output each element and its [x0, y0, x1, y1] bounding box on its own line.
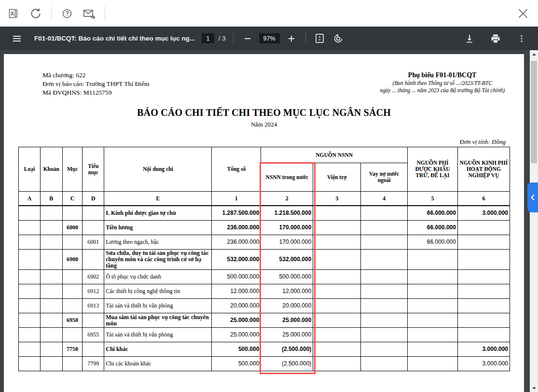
table-cell	[361, 270, 408, 284]
table-cell: Ô tô phục vụ chức danh	[104, 270, 212, 284]
table-cell	[62, 270, 83, 284]
zoom-level-display: 97%	[259, 33, 280, 43]
table-cell	[19, 357, 41, 371]
table-cell	[457, 328, 510, 342]
scroll-up-button[interactable]	[530, 50, 538, 58]
table-cell: 170.000.000	[261, 221, 313, 235]
table-cell: Tài sản và thiết bị văn phòng	[104, 328, 212, 342]
table-cell	[407, 299, 457, 313]
table-cell: 7799	[83, 357, 104, 371]
table-cell: 12.000.000	[212, 284, 261, 299]
col-header-tieu-muc: Tiểu mục	[83, 147, 104, 192]
col-header-vay-no: Vay nợ nước ngoài	[361, 163, 408, 192]
table-cell	[313, 221, 361, 235]
table-cell: 20.000.000	[212, 299, 261, 313]
table-cell: (2.500.000)	[261, 342, 313, 357]
table-cell	[407, 250, 457, 270]
table-cell	[457, 299, 510, 313]
refresh-button[interactable]	[29, 7, 42, 20]
table-cell	[361, 250, 408, 270]
table-cell: 25.000.000	[261, 328, 313, 342]
col-letter: 2	[261, 192, 313, 206]
rotate-button[interactable]	[331, 32, 345, 45]
table-cell	[40, 235, 62, 250]
print-icon	[491, 34, 500, 43]
menu-button[interactable]	[10, 32, 24, 45]
table-cell: Lương theo ngạch, bậc	[104, 235, 212, 250]
arrow-up-icon	[532, 53, 536, 56]
table-cell	[19, 313, 41, 328]
col-letter: D	[83, 192, 104, 206]
table-cell	[313, 299, 361, 313]
page-number-input[interactable]: 1	[202, 33, 214, 43]
table-cell: Chi khác	[104, 342, 212, 357]
col-header-khoan: Khoản	[40, 147, 62, 192]
table-cell	[19, 221, 41, 235]
table-cell: 3.000.000	[457, 206, 510, 221]
page-count-label: / 3	[219, 35, 225, 42]
report-table-body: I. Kinh phí được giao tự chủ1.287.500.00…	[19, 206, 510, 371]
table-cell: 6913	[83, 299, 104, 313]
download-button[interactable]	[463, 32, 476, 45]
table-row: 6900Sửa chữa, duy tu tài sản phục vụ côn…	[19, 250, 510, 270]
table-cell	[313, 313, 361, 328]
more-options-button[interactable]	[515, 32, 528, 45]
fit-page-button[interactable]	[313, 32, 327, 45]
table-cell: 1.218.500.000	[261, 206, 313, 221]
table-cell: 1.287.500.000	[212, 206, 261, 221]
table-cell: Tài sản và thiết bị văn phòng	[104, 299, 212, 313]
table-cell: Tiền lương	[104, 221, 212, 235]
scrollbar-thumb[interactable]	[531, 61, 537, 163]
topbar-divider	[51, 6, 52, 21]
zoom-out-icon	[243, 34, 252, 43]
table-cell: 3.000.000	[457, 342, 510, 357]
table-cell	[407, 284, 457, 299]
col-letter: 6	[457, 192, 510, 206]
table-cell	[83, 206, 104, 221]
report-title: BÁO CÁO CHI TIẾT CHI THEO MỤC LỤC NGÂN S…	[4, 107, 524, 118]
document-page: Mã chương: 622 Đơn vị báo cáo: Trường TH…	[4, 54, 524, 392]
table-cell	[313, 206, 361, 221]
vertical-scrollbar[interactable]	[530, 50, 538, 392]
report-meta-block: Mã chương: 622 Đơn vị báo cáo: Trường TH…	[42, 71, 149, 97]
table-cell: Mua sắm tài sản phục vụ công tác chuyên …	[104, 313, 212, 328]
topbar-divider	[105, 6, 105, 21]
close-window-button[interactable]	[516, 6, 530, 21]
table-cell: 6955	[83, 328, 104, 342]
scroll-down-button[interactable]	[530, 384, 538, 392]
table-cell: 7750	[62, 342, 83, 357]
send-email-button[interactable]	[83, 7, 96, 20]
col-header-noi-dung: Nội dung chi	[104, 147, 212, 192]
help-button[interactable]	[60, 7, 74, 20]
table-cell	[361, 328, 408, 342]
col-group-nguon-nsnn: NGUỒN NSNN	[261, 147, 408, 163]
zoom-out-button[interactable]	[241, 32, 254, 45]
export-excel-icon	[8, 8, 19, 19]
toolbar-divider	[233, 33, 234, 44]
report-subtitle: Năm 2024	[4, 121, 524, 128]
col-header-nguon-kinh-phi: NGUỒN KINH PHÍ HOẠT ĐỘNG NGHIỆP VỤ	[457, 147, 510, 192]
zoom-in-button[interactable]	[285, 32, 298, 45]
panel-collapse-button[interactable]	[527, 182, 538, 212]
col-letter: 4	[361, 192, 408, 206]
arrow-down-icon	[532, 387, 536, 390]
table-cell: 532.000.000	[212, 250, 261, 270]
table-cell: 12.000.000	[261, 284, 313, 299]
rotate-icon	[333, 33, 344, 44]
table-cell	[457, 284, 510, 299]
print-button[interactable]	[489, 32, 502, 45]
table-cell	[40, 342, 62, 357]
toolbar-divider	[305, 33, 306, 44]
download-icon	[465, 34, 474, 43]
table-cell: 25.000.000	[212, 313, 261, 328]
table-cell: 25.000.000	[261, 313, 313, 328]
pdf-viewer-area: Mã chương: 622 Đơn vị báo cáo: Trường TH…	[0, 50, 538, 392]
table-cell	[313, 342, 361, 357]
table-cell: 500.000	[212, 357, 261, 371]
col-letter: A	[19, 192, 41, 206]
meta-line: Mã ĐVQHNS: M1125759	[42, 88, 149, 97]
table-cell	[19, 328, 41, 342]
export-excel-button[interactable]	[7, 7, 20, 20]
table-cell: 6950	[62, 313, 83, 328]
col-header-loai: Loại	[19, 147, 41, 192]
